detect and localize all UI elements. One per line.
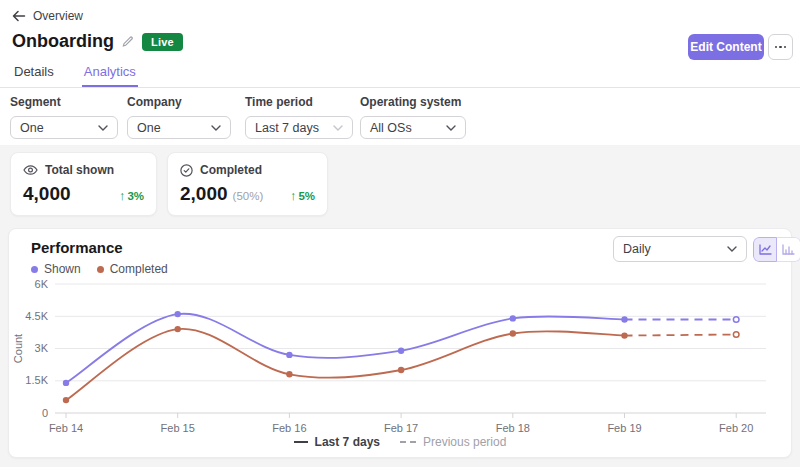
dashed-line-sample bbox=[400, 441, 416, 443]
breadcrumb[interactable]: Overview bbox=[12, 9, 83, 23]
filter-company: Company One bbox=[127, 95, 231, 139]
edit-title-icon[interactable] bbox=[122, 36, 134, 48]
data-point[interactable] bbox=[510, 315, 516, 321]
stat-delta: ↑5% bbox=[290, 188, 315, 203]
performance-chart[interactable]: 01.5K3K4.5K6KCountFeb 14Feb 15Feb 16Feb … bbox=[9, 271, 793, 443]
data-point[interactable] bbox=[175, 311, 181, 317]
operating-system-select[interactable]: All OSs bbox=[360, 116, 466, 139]
svg-text:3K: 3K bbox=[35, 342, 49, 354]
interval-select[interactable]: Daily bbox=[613, 236, 747, 262]
chevron-down-icon bbox=[727, 246, 737, 252]
tab-details[interactable]: Details bbox=[12, 60, 56, 87]
time-period-select[interactable]: Last 7 days bbox=[245, 116, 353, 139]
svg-text:6K: 6K bbox=[35, 278, 49, 290]
footer-legend-previous-period: Previous period bbox=[400, 435, 506, 449]
filter-operating-system: Operating system All OSs bbox=[360, 95, 466, 139]
footer-legend-last-7-days: Last 7 days bbox=[294, 435, 380, 449]
series-dashed-completed bbox=[625, 335, 737, 336]
data-point-hollow[interactable] bbox=[733, 317, 739, 323]
arrow-left-icon bbox=[12, 10, 26, 22]
edit-content-button[interactable]: Edit Content bbox=[688, 34, 764, 60]
stat-value: 4,000 bbox=[23, 183, 71, 205]
chart-type-toggle bbox=[753, 237, 800, 262]
svg-text:Feb 18: Feb 18 bbox=[496, 422, 530, 434]
bar-chart-toggle-button[interactable] bbox=[777, 237, 800, 262]
chevron-down-icon bbox=[333, 125, 343, 131]
segment-select-value: One bbox=[20, 121, 44, 135]
svg-text:Feb 14: Feb 14 bbox=[49, 422, 83, 434]
stat-card-completed: Completed 2,000 (50%) ↑5% bbox=[167, 152, 328, 216]
breadcrumb-label: Overview bbox=[33, 9, 83, 23]
footer-legend-label: Previous period bbox=[423, 435, 506, 449]
svg-text:Feb 20: Feb 20 bbox=[719, 422, 753, 434]
data-point[interactable] bbox=[398, 348, 404, 354]
filter-company-label: Company bbox=[127, 95, 231, 109]
page-title: Onboarding bbox=[12, 31, 114, 52]
data-point[interactable] bbox=[398, 367, 404, 373]
stat-label: Total shown bbox=[45, 163, 114, 177]
data-point[interactable] bbox=[175, 326, 181, 332]
data-point[interactable] bbox=[63, 397, 69, 403]
stat-value: 2,000 bbox=[180, 183, 228, 205]
data-point[interactable] bbox=[63, 380, 69, 386]
more-button[interactable] bbox=[768, 34, 793, 60]
data-point[interactable] bbox=[621, 316, 627, 322]
data-point[interactable] bbox=[286, 352, 292, 358]
company-select[interactable]: One bbox=[127, 116, 231, 139]
svg-text:Feb 17: Feb 17 bbox=[384, 422, 418, 434]
stat-delta: ↑3% bbox=[119, 188, 144, 203]
time-period-select-value: Last 7 days bbox=[255, 121, 319, 135]
filter-operating-system-label: Operating system bbox=[360, 95, 466, 109]
series-line-completed bbox=[66, 329, 625, 400]
tab-bar: Details Analytics bbox=[0, 60, 800, 88]
svg-text:0: 0 bbox=[42, 407, 48, 419]
filter-time-period: Time period Last 7 days bbox=[245, 95, 353, 139]
chart-footer-legend: Last 7 days Previous period bbox=[9, 435, 791, 449]
eye-icon bbox=[23, 164, 38, 176]
performance-card: Performance Shown Completed Daily 01.5K3… bbox=[8, 228, 792, 458]
performance-title: Performance bbox=[31, 239, 123, 256]
stat-sub-value: (50%) bbox=[233, 190, 264, 202]
arrow-up-icon: ↑ bbox=[290, 188, 297, 203]
data-point-hollow[interactable] bbox=[733, 332, 739, 338]
svg-text:4.5K: 4.5K bbox=[25, 310, 48, 322]
segment-select[interactable]: One bbox=[10, 116, 118, 139]
data-point[interactable] bbox=[510, 330, 516, 336]
svg-text:Feb 19: Feb 19 bbox=[607, 422, 641, 434]
company-select-value: One bbox=[137, 121, 161, 135]
filter-time-period-label: Time period bbox=[245, 95, 353, 109]
interval-select-value: Daily bbox=[623, 242, 651, 256]
filter-bar: Segment One Company One Time period Last… bbox=[0, 88, 800, 145]
chevron-down-icon bbox=[446, 125, 456, 131]
filter-segment-label: Segment bbox=[10, 95, 118, 109]
footer-legend-label: Last 7 days bbox=[315, 435, 380, 449]
arrow-up-icon: ↑ bbox=[119, 188, 126, 203]
chevron-down-icon bbox=[211, 125, 221, 131]
svg-text:Feb 15: Feb 15 bbox=[161, 422, 195, 434]
svg-text:Feb 16: Feb 16 bbox=[272, 422, 306, 434]
more-icon bbox=[775, 46, 787, 49]
status-badge: Live bbox=[142, 33, 183, 51]
data-point[interactable] bbox=[621, 332, 627, 338]
data-point[interactable] bbox=[286, 371, 292, 377]
tab-analytics[interactable]: Analytics bbox=[82, 60, 138, 87]
line-chart-icon bbox=[759, 244, 772, 255]
chevron-down-icon bbox=[98, 125, 108, 131]
filter-segment: Segment One bbox=[10, 95, 118, 139]
title-row: Onboarding Live bbox=[12, 31, 183, 52]
solid-line-sample bbox=[294, 441, 308, 443]
stat-label: Completed bbox=[200, 163, 262, 177]
stat-card-total-shown: Total shown 4,000 ↑3% bbox=[10, 152, 157, 216]
line-chart-toggle-button[interactable] bbox=[753, 237, 777, 262]
check-circle-icon bbox=[180, 164, 193, 177]
operating-system-select-value: All OSs bbox=[370, 121, 412, 135]
y-axis-label: Count bbox=[12, 334, 24, 363]
bar-chart-icon bbox=[782, 244, 795, 255]
svg-text:1.5K: 1.5K bbox=[25, 374, 48, 386]
